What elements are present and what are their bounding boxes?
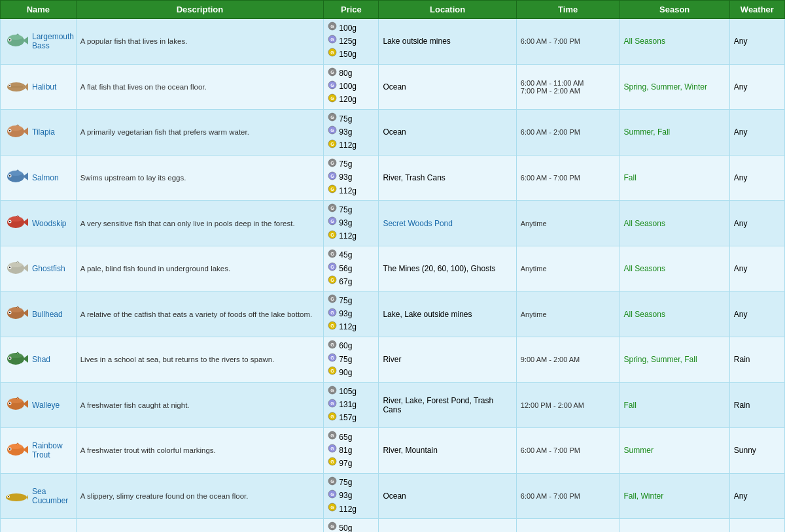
weather-cell-red-snapper: Rain <box>729 519 784 532</box>
fish-name-link-salmon[interactable]: Salmon <box>32 173 59 182</box>
svg-text:G: G <box>331 505 335 510</box>
time-cell-salmon: 6:00 AM - 7:00 PM <box>516 155 619 201</box>
season-link-sea-cucumber[interactable]: Fall, Winter <box>624 491 664 501</box>
season-link-ghostfish[interactable]: All Seasons <box>624 264 665 273</box>
svg-text:G: G <box>331 142 335 146</box>
price-icon-walleye-1: G <box>328 399 337 412</box>
header-weather: Weather <box>729 1 784 19</box>
season-link-salmon[interactable]: Fall <box>624 173 637 182</box>
season-cell-red-snapper: Summer, Fall <box>619 519 729 532</box>
price-value-tilapia-1: 93g <box>339 126 352 139</box>
time-primary-halibut: 6:00 AM - 11:00 AM <box>521 79 616 87</box>
table-row: Rainbow Trout A freshwater trout with co… <box>1 428 785 474</box>
fish-name-link-bullhead[interactable]: Bullhead <box>32 310 63 319</box>
fish-name-link-rainbow-trout[interactable]: Rainbow Trout <box>32 441 72 459</box>
svg-marker-23 <box>23 127 28 135</box>
fish-name-link-woodskip[interactable]: Woodskip <box>32 219 66 228</box>
price-icon-halibut-1: G <box>328 80 337 93</box>
price-value-walleye-2: 157g <box>339 412 357 424</box>
fish-name-link-sea-cucumber[interactable]: Sea Cucumber <box>32 487 72 505</box>
fish-name-link-largemouth-bass[interactable]: Largemouth Bass <box>32 32 74 50</box>
price-value-largemouth-bass-0: 100g <box>339 22 357 35</box>
price-cell-shad: G 60g G 75g G 90g <box>324 337 379 382</box>
header-description: Description <box>76 1 324 19</box>
price-value-shad-2: 90g <box>339 367 352 379</box>
weather-cell-sea-cucumber: Any <box>729 473 784 519</box>
name-cell-walleye: Walleye <box>1 382 77 428</box>
svg-text:G: G <box>331 369 335 373</box>
price-value-rainbow-trout-1: 81g <box>339 444 352 457</box>
svg-point-103 <box>9 448 10 450</box>
season-link-largemouth-bass[interactable]: All Seasons <box>624 37 665 46</box>
price-icon-sea-cucumber-0: G <box>328 476 337 490</box>
time-cell-woodskip: Anytime <box>516 201 619 246</box>
price-cell-rainbow-trout: G 65g G 81g G 97g <box>324 428 379 474</box>
fish-name-link-ghostfish[interactable]: Ghostfish <box>32 264 65 273</box>
time-cell-halibut: 6:00 AM - 11:00 AM7:00 PM - 2:00 AM <box>516 64 619 110</box>
price-value-walleye-1: 131g <box>339 399 357 411</box>
svg-text:G: G <box>331 161 335 165</box>
season-link-bullhead[interactable]: All Seasons <box>624 310 665 319</box>
weather-cell-halibut: Any <box>729 64 784 110</box>
location-link-woodskip[interactable]: Secret Woods Pond <box>383 219 453 228</box>
fish-table: Name Description Price Location Time Sea… <box>0 0 785 532</box>
weather-cell-ghostfish: Any <box>729 246 784 291</box>
price-value-salmon-1: 93g <box>339 171 352 184</box>
weather-cell-woodskip: Any <box>729 201 784 246</box>
season-link-halibut[interactable]: Spring, Summer, Winter <box>624 82 707 91</box>
svg-marker-34 <box>23 173 28 180</box>
season-link-rainbow-trout[interactable]: Summer <box>624 446 654 455</box>
desc-cell-ghostfish: A pale, blind fish found in underground … <box>76 246 324 291</box>
table-row: Shad Lives in a school at sea, but retur… <box>1 337 785 382</box>
price-cell-bullhead: G 75g G 93g G 112g <box>324 291 379 337</box>
svg-text:G: G <box>331 324 335 328</box>
season-link-tilapia[interactable]: Summer, Fall <box>624 127 671 137</box>
price-cell-red-snapper: G 50g G 62g G 75g <box>324 519 379 532</box>
season-link-woodskip[interactable]: All Seasons <box>624 219 665 228</box>
fish-name-link-walleye[interactable]: Walleye <box>32 401 60 410</box>
price-icon-shad-2: G <box>328 366 337 379</box>
price-icon-largemouth-bass-0: G <box>328 22 337 35</box>
weather-cell-tilapia: Any <box>729 110 784 156</box>
time-cell-shad: 9:00 AM - 2:00 AM <box>516 337 619 382</box>
header-price: Price <box>324 1 379 19</box>
time-cell-ghostfish: Anytime <box>516 246 619 291</box>
time-cell-walleye: 12:00 PM - 2:00 AM <box>516 382 619 428</box>
price-icon-woodskip-1: G <box>328 216 337 229</box>
fish-name-link-tilapia[interactable]: Tilapia <box>32 127 55 137</box>
price-icon-salmon-2: G <box>328 184 337 197</box>
price-icon-sea-cucumber-1: G <box>328 490 337 503</box>
location-cell-sea-cucumber: Ocean <box>379 473 516 519</box>
season-link-walleye[interactable]: Fall <box>624 401 637 410</box>
svg-marker-111 <box>27 495 28 500</box>
season-cell-salmon: Fall <box>619 155 729 201</box>
table-row: Salmon Swims upstream to lay its eggs. G… <box>1 155 785 201</box>
desc-cell-woodskip: A very sensitive fish that can only live… <box>76 201 324 246</box>
fish-icon-sea-cucumber <box>5 483 28 508</box>
svg-text:G: G <box>331 433 335 438</box>
svg-text:G: G <box>331 252 335 256</box>
svg-marker-1 <box>23 37 28 44</box>
price-icon-largemouth-bass-2: G <box>328 48 337 61</box>
location-cell-bullhead: Lake, Lake outside mines <box>379 291 516 337</box>
svg-marker-45 <box>23 218 28 226</box>
price-icon-salmon-0: G <box>328 158 337 171</box>
price-icon-rainbow-trout-1: G <box>328 444 337 457</box>
fish-name-link-halibut[interactable]: Halibut <box>32 82 56 91</box>
desc-cell-tilapia: A primarily vegetarian fish that prefers… <box>76 110 324 156</box>
svg-text:G: G <box>331 265 335 269</box>
time-secondary-halibut: 7:00 PM - 2:00 AM <box>521 87 616 95</box>
price-cell-largemouth-bass: G 100g G 125g G 150g <box>324 19 379 65</box>
price-icon-tilapia-0: G <box>328 112 337 125</box>
price-icon-halibut-2: G <box>328 93 337 107</box>
season-cell-halibut: Spring, Summer, Winter <box>619 64 729 110</box>
svg-text:G: G <box>331 174 335 178</box>
price-cell-ghostfish: G 45g G 56g G 67g <box>324 246 379 291</box>
season-link-shad[interactable]: Spring, Summer, Fall <box>624 355 697 364</box>
svg-text:G: G <box>331 50 335 55</box>
svg-text:G: G <box>331 401 335 406</box>
weather-cell-walleye: Rain <box>729 382 784 428</box>
price-icon-sea-cucumber-2: G <box>328 503 337 516</box>
price-value-ghostfish-0: 45g <box>339 249 352 261</box>
fish-name-link-shad[interactable]: Shad <box>32 355 50 364</box>
